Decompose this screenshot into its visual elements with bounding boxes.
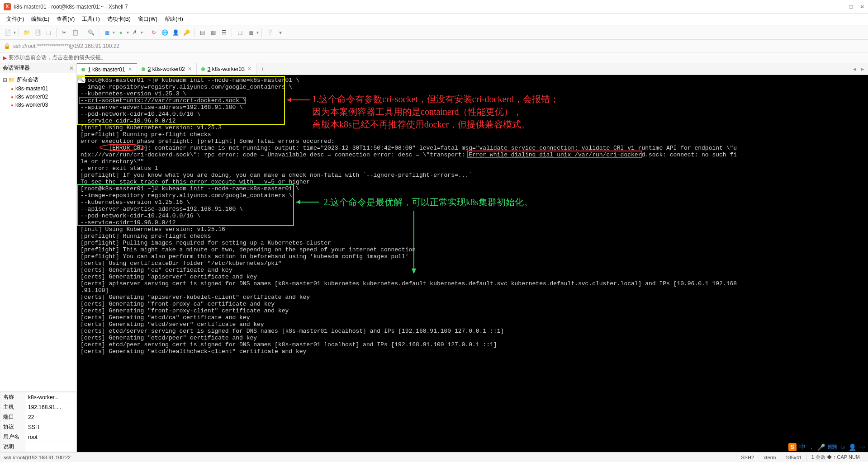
menubar: 文件(F) 编辑(E) 查看(V) 工具(T) 选项卡(B) 窗口(W) 帮助(…: [0, 14, 868, 25]
tab-prev-icon[interactable]: ◄: [852, 66, 857, 72]
tray-mic-icon[interactable]: 🎤: [817, 443, 825, 451]
address-text: ssh://root:***************@192.168.91.10…: [13, 43, 119, 49]
tab-worker02[interactable]: 2 k8s-worker02 ✕: [137, 63, 197, 75]
open-icon[interactable]: 📁: [22, 28, 32, 38]
tray-ime-lang-icon[interactable]: 中: [799, 443, 806, 451]
toolbar: 📄▾ 📁 📑 ⬚ ✂ 📋 🔍 ▦▾ ●▾ A▾ ↻ 🌐 👤 🔑 ▤ ▥ ☰ ◫ …: [0, 25, 868, 40]
tray-punct-icon[interactable]: ，: [808, 443, 815, 451]
tab-label: 2 k8s-worker02: [148, 66, 185, 72]
folder-icon: 📁: [8, 77, 15, 83]
prop-name-label: 名称: [0, 392, 25, 402]
tray-person-icon[interactable]: 👤: [849, 443, 856, 451]
prop-desc-value: [25, 442, 76, 452]
ime-icon[interactable]: S: [788, 443, 797, 451]
grid2-icon[interactable]: ▥: [208, 28, 218, 38]
dropdown-icon[interactable]: ▾: [275, 28, 285, 38]
copy-icon[interactable]: ✂: [59, 28, 69, 38]
session-label: k8s-master01: [15, 85, 48, 92]
flag-icon[interactable]: ▶: [3, 55, 7, 61]
sidebar: 会话管理器 ✕ ⊟ 📁 所有会话 ● k8s-master01 ● k8s-wo…: [0, 63, 77, 452]
terminal-output: [root@k8s-master01 ~]# kubeadm init --no…: [77, 75, 868, 452]
session-icon: ●: [11, 86, 14, 91]
tab-close-icon[interactable]: ✕: [188, 66, 192, 72]
menu-edit[interactable]: 编辑(E): [28, 14, 52, 24]
new-session-icon[interactable]: 📄: [3, 28, 13, 38]
font-icon[interactable]: A: [130, 28, 140, 38]
tab-add-button[interactable]: +: [256, 63, 269, 75]
close-button[interactable]: ✕: [860, 4, 864, 10]
prop-user-value: root: [25, 432, 76, 442]
user-icon[interactable]: 👤: [171, 28, 180, 38]
tree-root[interactable]: ⊟ 📁 所有会话: [1, 75, 76, 85]
search-icon[interactable]: 🔍: [86, 28, 96, 38]
tabs: 1 k8s-master01 ✕ 2 k8s-worker02 ✕ 3 k8s-…: [77, 63, 868, 75]
color-icon[interactable]: ●: [116, 28, 126, 38]
session-label: k8s-worker03: [15, 102, 48, 108]
status-dot-icon: [142, 67, 145, 71]
grid1-icon[interactable]: ▤: [197, 28, 207, 38]
terminal-area[interactable]: 🔍 [root@k8s-master01 ~]# kubeadm init --…: [77, 75, 868, 452]
tray-keyboard-icon[interactable]: ⌨: [828, 443, 837, 451]
maximize-button[interactable]: □: [849, 4, 853, 10]
collapse-icon: ⊟: [3, 77, 7, 83]
reconnect-icon[interactable]: ↻: [149, 28, 159, 38]
session-properties: 名称k8s-worker... 主机192.168.91.... 端口22 协议…: [0, 391, 76, 452]
menu-file[interactable]: 文件(F): [4, 14, 27, 24]
help-icon[interactable]: ❔: [265, 28, 275, 38]
tray-emoji-icon[interactable]: ☺: [840, 443, 846, 451]
window-title: k8s-master01 - root@k8s-master01:~ - Xsh…: [14, 4, 837, 10]
save-icon[interactable]: 📑: [33, 28, 43, 38]
key-icon[interactable]: 🔑: [181, 28, 191, 38]
prop-name-value: k8s-worker...: [25, 392, 76, 402]
tile2-icon[interactable]: ▦: [246, 28, 256, 38]
menu-help[interactable]: 帮助(H): [162, 14, 186, 24]
paste-icon[interactable]: 📋: [70, 28, 80, 38]
tab-close-icon[interactable]: ✕: [128, 66, 132, 72]
prop-port-value: 22: [25, 412, 76, 422]
status-dot-icon: [201, 67, 205, 71]
tab-next-icon[interactable]: ►: [860, 66, 865, 72]
globe-icon[interactable]: 🌐: [160, 28, 170, 38]
menu-tools[interactable]: 工具(T): [79, 14, 102, 24]
statusbar: ssh://root@192.168.91.100:22 SSH2 xterm …: [0, 452, 868, 462]
prop-proto-value: SSH: [25, 422, 76, 432]
props-icon[interactable]: ⬚: [43, 28, 53, 38]
tab-label: 1 k8s-master01: [88, 66, 125, 73]
session-icon: ●: [11, 94, 14, 99]
grid3-icon[interactable]: ☰: [219, 28, 229, 38]
system-tray: S 中 ， 🎤 ⌨ ☺ 👤 ⋯: [788, 443, 865, 451]
status-dot-icon: [81, 68, 85, 71]
tab-master01[interactable]: 1 k8s-master01 ✕: [77, 63, 137, 75]
main: 会话管理器 ✕ ⊟ 📁 所有会话 ● k8s-master01 ● k8s-wo…: [0, 63, 868, 452]
tab-label: 3 k8s-worker03: [208, 66, 245, 72]
prop-user-label: 用户名: [0, 432, 25, 442]
menu-window[interactable]: 窗口(W): [135, 14, 160, 24]
sidebar-close-icon[interactable]: ✕: [69, 65, 74, 71]
menu-view[interactable]: 查看(V): [54, 14, 77, 24]
sidebar-header: 会话管理器 ✕: [0, 63, 76, 73]
session-item-master01[interactable]: ● k8s-master01: [9, 85, 76, 93]
tab-close-icon[interactable]: ✕: [247, 66, 251, 72]
minimize-button[interactable]: —: [837, 4, 842, 10]
tray-more-icon[interactable]: ⋯: [859, 443, 865, 451]
prop-host-label: 主机: [0, 402, 25, 412]
session-item-worker03[interactable]: ● k8s-worker03: [9, 101, 76, 109]
prop-host-value: 192.168.91....: [25, 402, 76, 412]
tabs-nav: ◄ ►: [849, 63, 868, 75]
window-controls: — □ ✕: [837, 4, 864, 10]
tab-worker03[interactable]: 3 k8s-worker03 ✕: [197, 63, 256, 75]
status-ssh: SSH2: [736, 455, 759, 460]
status-size: 185x41: [781, 455, 806, 460]
prop-proto-label: 协议: [0, 422, 25, 432]
app-icon: X: [4, 3, 11, 10]
addressbar[interactable]: 🔒 ssh://root:***************@192.168.91.…: [0, 40, 868, 52]
sidebar-title: 会话管理器: [3, 64, 69, 72]
layout-icon[interactable]: ▦: [102, 28, 112, 38]
tree-root-label: 所有会话: [17, 76, 38, 84]
content: 1 k8s-master01 ✕ 2 k8s-worker02 ✕ 3 k8s-…: [77, 63, 868, 452]
menu-tabs[interactable]: 选项卡(B): [104, 14, 133, 24]
status-left: ssh://root@192.168.91.100:22: [4, 455, 736, 460]
tile1-icon[interactable]: ◫: [235, 28, 245, 38]
session-item-worker02[interactable]: ● k8s-worker02: [9, 93, 76, 101]
session-label: k8s-worker02: [15, 94, 48, 100]
